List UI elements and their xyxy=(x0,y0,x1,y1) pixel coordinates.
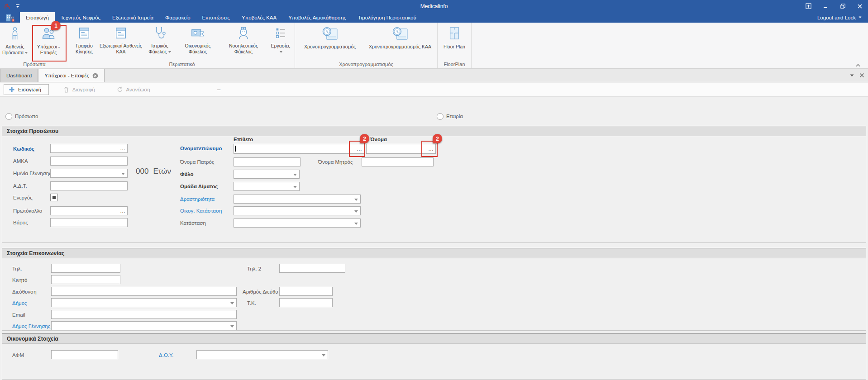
annotation-badge-2a: 2 xyxy=(360,134,369,143)
tk-input[interactable] xyxy=(279,298,333,307)
omada-aimatos-dropdown[interactable] xyxy=(234,182,300,191)
arithmos-dieyth-input[interactable] xyxy=(279,287,333,296)
button-label: Ιατρικός Φάκελος xyxy=(148,43,168,54)
button-label: Διαγραφή xyxy=(72,87,95,92)
til-input[interactable] xyxy=(51,264,120,273)
drastiriotita-label[interactable]: Δραστηριότητα xyxy=(180,196,215,202)
quick-access-arrow-icon[interactable] xyxy=(15,4,20,8)
nursing-file-button[interactable]: Νοσηλευτικός Φάκελος xyxy=(219,24,267,62)
ribbon-group-label: Χρονοπρογραμματισμός xyxy=(296,62,436,68)
button-label: Χρονοπρογραμματισμός ΚΑΑ xyxy=(369,44,431,50)
menu-tab-farmakeio[interactable]: Φαρμακείο xyxy=(159,12,196,23)
menu-tab-ypovoles-kaa[interactable]: Υποβολές ΚΑΑ xyxy=(236,12,282,23)
amka-input[interactable] xyxy=(50,157,128,166)
menu-tab-texnitos-nefros[interactable]: Τεχνητός Νεφρός xyxy=(55,12,106,23)
menu-tab-eisagogi[interactable]: Εισαγωγή xyxy=(20,12,55,23)
tab-ypoxreoi-epafes[interactable]: Υπόχρεοι - Επαφές xyxy=(38,69,105,82)
drastiriotita-dropdown[interactable] xyxy=(234,195,361,204)
delete-button[interactable]: Διαγραφή xyxy=(59,85,100,95)
dropdown-arrow-icon xyxy=(25,52,28,54)
oikog-katastasi-dropdown[interactable] xyxy=(234,206,361,215)
til2-input[interactable] xyxy=(279,264,345,273)
fylo-dropdown[interactable] xyxy=(234,170,300,179)
varos-input[interactable] xyxy=(50,218,128,227)
afm-input[interactable] xyxy=(51,350,118,359)
company-radio[interactable] xyxy=(437,113,444,120)
floor-plan-button[interactable]: Floor Plan xyxy=(439,24,470,62)
person-radio[interactable] xyxy=(5,113,12,120)
close-icon[interactable] xyxy=(856,3,863,10)
browse-ellipsis[interactable]: … xyxy=(120,145,125,152)
financial-file-button[interactable]: Οικονομικός Φάκελος xyxy=(176,24,219,62)
plus-icon xyxy=(9,86,15,93)
browse-ellipsis[interactable]: … xyxy=(120,208,125,214)
medical-file-button[interactable]: Ιατρικός Φάκελος xyxy=(143,24,176,62)
kinito-label: Κινητό xyxy=(12,277,27,283)
title-bar: Medicalinfo xyxy=(0,0,868,12)
ribbon-group-floorplan: Floor Plan FloorPlan xyxy=(438,23,472,68)
restore-icon[interactable] xyxy=(839,3,846,10)
energos-checkbox[interactable] xyxy=(50,194,58,201)
tab-dashboard[interactable]: Dashboard xyxy=(0,69,38,82)
floor-plan-icon xyxy=(448,26,461,43)
stethoscope-icon xyxy=(153,26,167,42)
menu-tab-exoterika-iatreia[interactable]: Εξωτερικά Ιατρεία xyxy=(106,12,159,23)
insert-button[interactable]: Εισαγωγή xyxy=(4,84,49,95)
minimize-icon[interactable] xyxy=(822,3,829,10)
ribbon-group-scheduling: Χρονοπρογραμματισμός Χρονοπρογραμματισμό… xyxy=(295,23,438,68)
dimos-dropdown[interactable] xyxy=(51,298,237,307)
splitter-dash[interactable]: – xyxy=(217,86,220,93)
onoma-column-header: Όνομα xyxy=(370,137,387,142)
epitheto-input[interactable]: … xyxy=(234,144,364,154)
movement-office-button[interactable]: Γραφείο Κίνησης xyxy=(70,24,98,62)
annotation-badge-2b: 2 xyxy=(433,134,442,143)
onomateponymo-label: Ονοματεπώνυμο xyxy=(180,146,222,151)
epitheto-column-header: Επίθετο xyxy=(234,137,253,142)
annotation-box-step1 xyxy=(32,25,67,62)
adt-input[interactable] xyxy=(50,181,128,190)
dimos-gennisis-label[interactable]: Δήμος Γέννησης xyxy=(12,323,50,329)
menu-tab-label: Υποβολές Αιμοκάθαρσης xyxy=(288,15,346,20)
kodikos-input[interactable]: … xyxy=(50,144,128,153)
onoma-mitros-input[interactable] xyxy=(362,157,434,166)
refresh-button[interactable]: Ανανέωση xyxy=(112,85,155,95)
ribbon-collapse-chevron-icon[interactable] xyxy=(855,61,861,69)
onoma-patros-input[interactable] xyxy=(234,157,300,166)
dimos-gennisis-dropdown[interactable] xyxy=(51,321,237,330)
tasks-button[interactable]: Εργασίες xyxy=(267,24,294,62)
birthdate-label: Ημ/νία Γέννησης xyxy=(13,171,52,176)
external-patients-kaa-button[interactable]: Εξωτερικοί Ασθενείς ΚΑΑ xyxy=(98,24,143,62)
scheduling-button[interactable]: Χρονοπρογραμματισμός xyxy=(296,24,364,62)
oikog-katastasi-label[interactable]: Οικογ. Κατάσταση xyxy=(180,208,222,214)
menu-tab-timologisi-peristatikou[interactable]: Τιμολόγηση Περιστατικού xyxy=(352,12,422,23)
company-radio-label: Εταιρία xyxy=(446,114,463,119)
fullscreen-icon[interactable] xyxy=(805,3,812,10)
dieythinsi-input[interactable] xyxy=(51,287,237,296)
button-label: Οικονομικός Φάκελος xyxy=(176,43,219,54)
patient-icon xyxy=(8,26,22,43)
dimos-label[interactable]: Δήμος xyxy=(12,300,27,306)
doy-label[interactable]: Δ.Ο.Υ. xyxy=(159,352,173,358)
birthdate-dropdown[interactable] xyxy=(50,169,128,178)
email-input[interactable] xyxy=(51,310,237,319)
menu-tab-ypovoles-aimokatharsis[interactable]: Υποβολές Αιμοκάθαρσης xyxy=(282,12,352,23)
tab-strip-close-icon[interactable] xyxy=(859,73,864,78)
katastasi-dropdown[interactable] xyxy=(234,218,361,228)
menu-tab-ektyposeis[interactable]: Εκτυπώσεις xyxy=(196,12,236,23)
protokollo-input[interactable]: … xyxy=(50,206,128,215)
kodikos-label: Κωδικός xyxy=(13,146,34,152)
button-label: Εργασίες xyxy=(271,43,291,48)
tab-close-icon[interactable] xyxy=(92,73,98,79)
varos-label: Βάρος xyxy=(13,220,28,225)
hospital-app-icon[interactable] xyxy=(0,12,20,23)
logout-and-lock-button[interactable]: Logout and Lock xyxy=(817,12,868,23)
patients-persons-button[interactable]: Ασθενείς Πρόσωπα xyxy=(1,24,29,62)
tab-list-arrow-icon[interactable] xyxy=(850,74,854,77)
omada-aimatos-label: Ομάδα Αίματος xyxy=(180,184,218,189)
annotation-badge-1: 1 xyxy=(51,21,61,30)
katastasi-label: Κατάσταση xyxy=(180,220,206,226)
doy-dropdown[interactable] xyxy=(196,350,328,359)
kinito-input[interactable] xyxy=(51,275,120,284)
document-tab-strip: Dashboard Υπόχρεοι - Επαφές xyxy=(0,69,868,82)
scheduling-kaa-button[interactable]: Χρονοπρογραμματισμός ΚΑΑ xyxy=(364,24,436,62)
